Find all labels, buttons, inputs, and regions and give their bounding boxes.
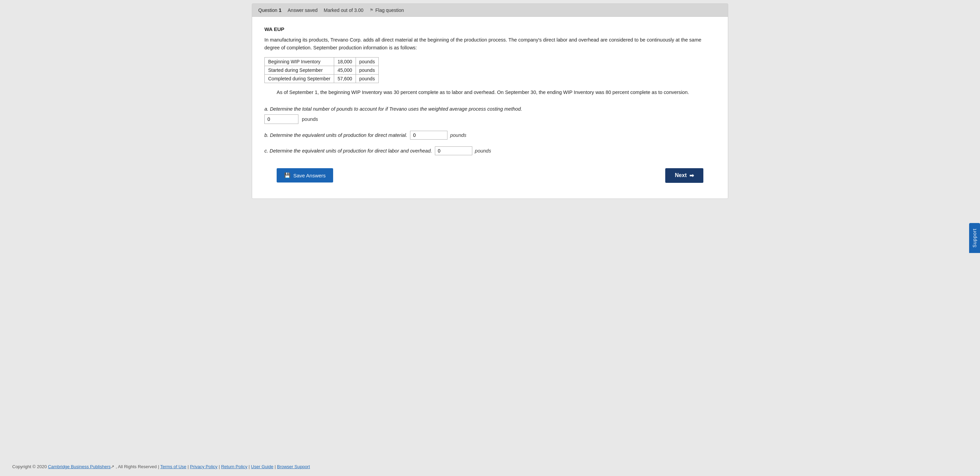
inventory-table: Beginning WIP Inventory18,000poundsStart…	[264, 57, 379, 83]
question-card: Question 1 Answer saved Marked out of 3.…	[252, 3, 728, 199]
part-b-section: b. Determine the equivalent units of pro…	[264, 131, 716, 140]
table-cell-value: 18,000	[334, 58, 356, 66]
flag-question-btn[interactable]: ⚑ Flag question	[369, 8, 404, 13]
question-footer: 💾 Save Answers Next ➡	[264, 162, 716, 189]
sep3: |	[249, 464, 251, 469]
part-c-letter: c.	[264, 148, 268, 153]
part-a-label: a. Determine the total number of pounds …	[264, 106, 716, 112]
privacy-link[interactable]: Privacy Policy	[190, 464, 218, 469]
flag-label: Flag question	[375, 8, 404, 13]
note-text: As of September 1, the beginning WIP Inv…	[264, 88, 716, 96]
part-a-answer-row: pounds	[264, 114, 716, 124]
terms-link[interactable]: Terms of Use	[160, 464, 186, 469]
support-tab[interactable]: Support	[969, 223, 980, 253]
table-cell-label: Beginning WIP Inventory	[265, 58, 334, 66]
part-a-section: a. Determine the total number of pounds …	[264, 106, 716, 124]
part-a-input[interactable]	[264, 114, 298, 124]
part-b-text: Determine the equivalent units of produc…	[270, 133, 409, 138]
table-cell-value: 45,000	[334, 66, 356, 75]
part-a-unit: pounds	[302, 117, 318, 122]
next-button[interactable]: Next ➡	[665, 168, 703, 183]
sep4: |	[275, 464, 277, 469]
part-c-section: c. Determine the equivalent units of pro…	[264, 146, 716, 155]
table-cell-unit: pounds	[356, 66, 379, 75]
question-title: WA EUP	[264, 26, 716, 32]
page-wrapper: Question 1 Answer saved Marked out of 3.…	[0, 0, 980, 476]
browser-support-link[interactable]: Browser Support	[277, 464, 310, 469]
answer-saved-label: Answer saved	[288, 8, 318, 13]
next-label: Next	[675, 172, 687, 179]
table-cell-unit: pounds	[356, 75, 379, 83]
sep2: |	[219, 464, 221, 469]
save-icon: 💾	[284, 172, 291, 179]
table-row: Started during September45,000pounds	[265, 66, 379, 75]
rights-text: , All Rights Reserved |	[116, 464, 159, 469]
part-c-label: c. Determine the equivalent units of pro…	[264, 146, 716, 155]
table-row: Beginning WIP Inventory18,000pounds	[265, 58, 379, 66]
table-cell-label: Completed during September	[265, 75, 334, 83]
table-row: Completed during September57,600pounds	[265, 75, 379, 83]
part-b-unit: pounds	[450, 133, 466, 138]
part-c-text: Determine the equivalent units of produc…	[269, 148, 433, 153]
question-label: Question	[258, 8, 277, 13]
user-guide-link[interactable]: User Guide	[251, 464, 274, 469]
part-c-unit: pounds	[475, 148, 492, 153]
table-cell-value: 57,600	[334, 75, 356, 83]
part-b-input[interactable]	[410, 131, 447, 140]
save-answers-button[interactable]: 💾 Save Answers	[277, 168, 333, 182]
publisher-link[interactable]: Cambridge Business Publishers	[48, 464, 111, 469]
next-arrow-icon: ➡	[689, 172, 694, 179]
flag-icon: ⚑	[369, 8, 374, 13]
page-footer: Copyright © 2020 Cambridge Business Publ…	[0, 457, 980, 476]
table-cell-label: Started during September	[265, 66, 334, 75]
part-a-text: Determine the total number of pounds to …	[270, 106, 522, 112]
marked-out-label: Marked out of 3.00	[324, 8, 363, 13]
part-a-letter: a.	[264, 106, 269, 112]
table-cell-unit: pounds	[356, 58, 379, 66]
question-header: Question 1 Answer saved Marked out of 3.…	[252, 4, 728, 17]
part-b-label: b. Determine the equivalent units of pro…	[264, 131, 716, 140]
return-policy-link[interactable]: Return Policy	[221, 464, 247, 469]
question-num-value: 1	[279, 7, 282, 13]
part-b-letter: b.	[264, 133, 269, 138]
question-description: In manufacturing its products, Trevano C…	[264, 36, 716, 52]
part-c-input[interactable]	[435, 146, 472, 155]
save-answers-label: Save Answers	[293, 173, 326, 179]
question-number: Question 1	[258, 7, 282, 13]
question-body: WA EUP In manufacturing its products, Tr…	[252, 17, 728, 198]
copyright-text: Copyright © 2020	[12, 464, 47, 469]
